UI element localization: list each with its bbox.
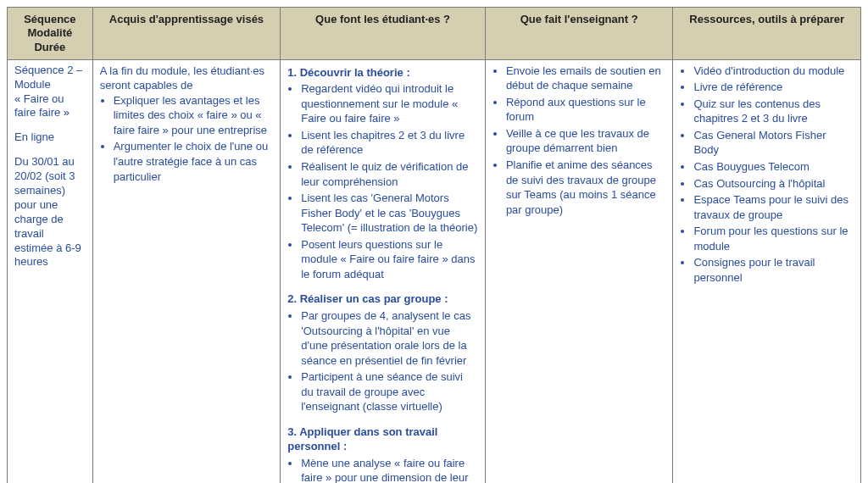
list-item: Veille à ce que les travaux de groupe dé… xyxy=(506,126,666,158)
planning-table: Séquence Modalité Durée Acquis d'apprent… xyxy=(7,7,861,483)
header-outcomes: Acquis d'apprentissage visés xyxy=(92,8,281,60)
list-item: Réalisent le quiz de vérification de leu… xyxy=(301,159,478,191)
list-item: Quiz sur les contenus des chapitres 2 et… xyxy=(693,97,854,128)
header-row: Séquence Modalité Durée Acquis d'apprent… xyxy=(8,8,861,60)
header-resources: Ressources, outils à préparer xyxy=(673,8,861,60)
list-item: Vidéo d'introduction du module xyxy=(693,64,854,80)
list-item: Posent leurs questions sur le module « F… xyxy=(301,237,478,284)
list-item: Cas Outsourcing à l'hôpital xyxy=(693,176,854,193)
list-item: Répond aux questions sur le forum xyxy=(506,95,666,126)
list-item: Mène une analyse « faire ou faire faire … xyxy=(301,456,478,483)
list-item: Cas General Motors Fisher Body xyxy=(693,128,854,159)
cell-teacher: Envoie les emails de soutien en début de… xyxy=(485,59,673,483)
list-item: Participent à une séance de suivi du tra… xyxy=(301,369,478,416)
header-teacher: Que fait l'enseignant ? xyxy=(485,8,673,60)
header-sequence: Séquence Modalité Durée xyxy=(8,8,93,60)
students-section-2-title: 2. Réaliser un cas par groupe : xyxy=(287,291,478,307)
list-item: Expliquer les avantages et les limites d… xyxy=(114,93,274,140)
list-item: Espace Teams pour le suivi des travaux d… xyxy=(693,192,854,224)
list-item: Regardent vidéo qui introduit le questio… xyxy=(301,81,478,128)
students-section-1-title: 1. Découvrir la théorie : xyxy=(287,65,478,80)
list-item: Cas Bouygues Telecom xyxy=(693,159,854,176)
list-item: Par groupes de 4, analysent le cas 'Outs… xyxy=(301,308,478,369)
students-section-3-title: 3. Appliquer dans son travail personnel … xyxy=(287,425,478,454)
list-item: Forum pour les questions sur le module xyxy=(693,224,854,255)
header-students: Que font les étudiant·es ? xyxy=(281,8,486,60)
list-item: Argumenter le choix de l'une ou l'autre … xyxy=(114,139,274,186)
cell-students: 1. Découvrir la théorie : Regardent vidé… xyxy=(281,59,486,483)
outcomes-lead: A la fin du module, les étudiant·es sero… xyxy=(100,64,274,93)
list-item: Lisent les chapitres 2 et 3 du livre de … xyxy=(301,128,478,159)
list-item: Envoie les emails de soutien en début de… xyxy=(506,64,666,95)
list-item: Consignes pour le travail personnel xyxy=(693,255,854,286)
table-row: Séquence 2 – Module « Faire ou faire fai… xyxy=(8,59,861,483)
list-item: Planifie et anime des séances de suivi d… xyxy=(506,158,666,219)
list-item: Lisent les cas 'General Motors Fisher Bo… xyxy=(301,191,478,237)
cell-sequence: Séquence 2 – Module « Faire ou faire fai… xyxy=(8,59,93,483)
cell-resources: Vidéo d'introduction du module Livre de … xyxy=(673,59,861,483)
list-item: Livre de référence xyxy=(693,80,854,97)
cell-outcomes: A la fin du module, les étudiant·es sero… xyxy=(92,59,281,483)
